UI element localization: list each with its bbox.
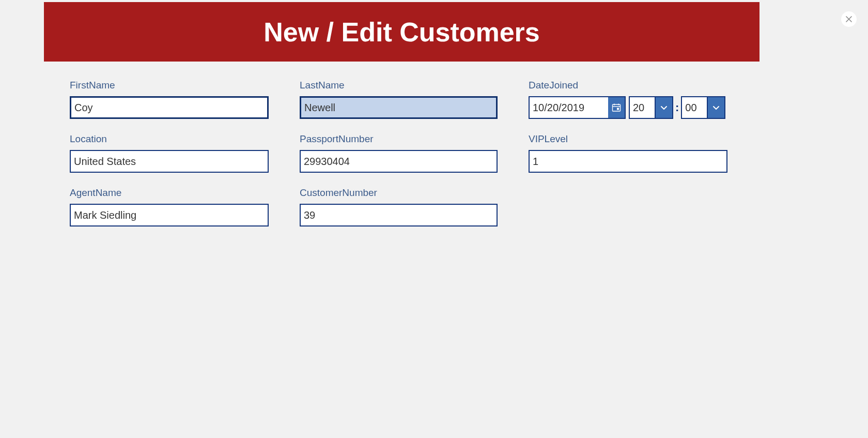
agentname-group: AgentName: [70, 187, 269, 226]
passportnumber-label: PassportNumber: [300, 133, 498, 145]
customernumber-input[interactable]: [300, 204, 498, 226]
agentname-label: AgentName: [70, 187, 269, 199]
viplevel-group: VIPLevel: [529, 133, 727, 173]
viplevel-label: VIPLevel: [529, 133, 727, 145]
location-label: Location: [70, 133, 269, 145]
passportnumber-input[interactable]: [300, 150, 498, 173]
location-input[interactable]: [70, 150, 269, 173]
close-icon: [846, 16, 852, 22]
svg-rect-2: [613, 104, 621, 111]
time-separator: :: [675, 101, 679, 114]
passportnumber-group: PassportNumber: [300, 133, 498, 173]
location-group: Location: [70, 133, 269, 173]
agentname-input[interactable]: [70, 204, 269, 226]
modal-header: New / Edit Customers: [44, 2, 760, 62]
minute-dropdown-button[interactable]: [708, 96, 725, 119]
chevron-down-icon: [660, 103, 668, 112]
form-body: FirstName LastName DateJoined: [44, 62, 760, 251]
datejoined-hour-input[interactable]: [629, 96, 656, 119]
chevron-down-icon: [712, 103, 720, 112]
firstname-group: FirstName: [70, 80, 269, 119]
close-button[interactable]: [841, 11, 857, 27]
calendar-icon: [612, 103, 621, 112]
firstname-input[interactable]: [70, 96, 269, 119]
lastname-label: LastName: [300, 80, 498, 91]
lastname-group: LastName: [300, 80, 498, 119]
calendar-button[interactable]: [608, 96, 626, 119]
lastname-input[interactable]: [300, 96, 498, 119]
datejoined-date-input[interactable]: [529, 96, 611, 119]
customernumber-group: CustomerNumber: [300, 187, 498, 226]
datejoined-label: DateJoined: [529, 80, 725, 91]
hour-dropdown-button[interactable]: [656, 96, 673, 119]
svg-rect-4: [617, 108, 619, 110]
viplevel-input[interactable]: [529, 150, 727, 173]
firstname-label: FirstName: [70, 80, 269, 91]
datejoined-group: DateJoined: [529, 80, 725, 119]
modal-title: New / Edit Customers: [264, 17, 540, 48]
datejoined-minute-input[interactable]: [681, 96, 708, 119]
edit-customers-modal: New / Edit Customers FirstName LastName …: [44, 2, 760, 403]
customernumber-label: CustomerNumber: [300, 187, 498, 199]
